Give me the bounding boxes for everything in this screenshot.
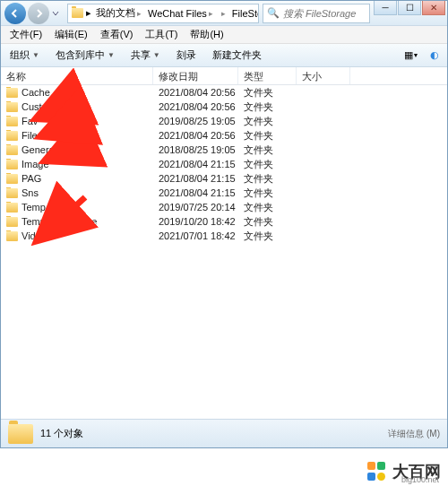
help-icon[interactable]: ◐ (427, 48, 442, 63)
table-row[interactable]: TempFromPhone2019/10/20 18:42文件夹 (1, 214, 447, 229)
file-type: 文件夹 (238, 158, 297, 171)
menu-file[interactable]: 文件(F) (4, 26, 47, 43)
breadcrumb-label: 我的文档 (96, 6, 135, 20)
menu-edit[interactable]: 编辑(E) (49, 26, 93, 43)
table-row[interactable]: Video2021/07/01 18:42文件夹 (1, 229, 447, 243)
column-size[interactable]: 大小 (297, 67, 350, 84)
toolbar-burn[interactable]: 刻录 (173, 47, 200, 64)
file-type: 文件夹 (238, 129, 297, 143)
search-box[interactable]: 🔍 (263, 4, 370, 23)
table-row[interactable]: File2021/08/04 20:56文件夹 (1, 128, 447, 143)
file-date: 2021/08/04 21:15 (153, 159, 238, 169)
folder-icon (6, 88, 18, 98)
table-row[interactable]: Cache2021/08/04 20:56文件夹 (1, 85, 447, 100)
toolbar-organize[interactable]: 组织▼ (6, 47, 43, 64)
minimize-button[interactable]: ─ (374, 1, 397, 15)
menu-help[interactable]: 帮助(H) (185, 26, 228, 43)
breadcrumb-3[interactable]: ▸ (218, 9, 228, 18)
toolbar-new-folder[interactable]: 新建文件夹 (209, 47, 265, 64)
file-type: 文件夹 (238, 115, 297, 128)
file-name: Image (22, 159, 49, 169)
file-date: 2019/08/25 19:05 (153, 116, 238, 126)
file-date: 2019/07/25 20:14 (153, 202, 238, 213)
file-name: Temp (22, 202, 46, 213)
file-name: Video (22, 230, 47, 241)
search-input[interactable] (283, 8, 364, 19)
column-name[interactable]: 名称 (1, 67, 153, 84)
view-mode-icon[interactable]: ▦▼ (404, 48, 418, 63)
file-date: 2021/07/01 18:42 (153, 230, 238, 241)
folder-icon (6, 231, 18, 241)
menu-bar: 文件(F) 编辑(E) 查看(V) 工具(T) 帮助(H) (1, 26, 447, 44)
table-row[interactable]: General2018/08/25 19:05文件夹 (1, 143, 447, 157)
breadcrumb-label: FileStorage (232, 8, 259, 19)
table-row[interactable]: PAG2021/08/04 21:15文件夹 (1, 171, 447, 186)
file-date: 2019/10/20 18:42 (153, 216, 238, 227)
column-type[interactable]: 类型 (238, 67, 297, 84)
file-date: 2021/08/04 20:56 (153, 101, 238, 112)
file-type: 文件夹 (238, 187, 297, 200)
history-dropdown[interactable] (51, 4, 60, 22)
menu-tools[interactable]: 工具(T) (140, 26, 183, 43)
file-type: 文件夹 (238, 172, 297, 186)
column-headers: 名称 修改日期 类型 大小 (1, 67, 447, 85)
status-count: 11 个对象 (40, 427, 83, 440)
folder-icon (6, 217, 18, 227)
file-date: 2021/08/04 21:15 (153, 187, 238, 198)
chevron-right-icon: ▸ (86, 7, 91, 19)
file-type: 文件夹 (238, 201, 297, 214)
folder-path-icon (72, 7, 83, 20)
titlebar: ▸ 我的文档▸ WeChat Files▸ ▸ FileStorage ▾ ↻ … (1, 1, 447, 26)
column-date[interactable]: 修改日期 (153, 67, 238, 84)
breadcrumb-1[interactable]: 我的文档▸ (94, 6, 143, 20)
close-button[interactable]: ✕ (422, 1, 445, 15)
folder-icon (6, 145, 18, 155)
file-date: 2021/08/04 21:15 (153, 173, 238, 184)
file-type: 文件夹 (238, 143, 297, 157)
table-row[interactable]: Sns2021/08/04 21:15文件夹 (1, 186, 447, 200)
table-row[interactable]: CustomEmoji2021/08/04 20:56文件夹 (1, 100, 447, 114)
explorer-window: ▸ 我的文档▸ WeChat Files▸ ▸ FileStorage ▾ ↻ … (0, 0, 448, 448)
nav-buttons (1, 3, 64, 24)
folder-icon (6, 131, 18, 141)
forward-button[interactable] (28, 3, 49, 24)
breadcrumb-label: WeChat Files (148, 8, 207, 19)
toolbar: 组织▼ 包含到库中▼ 共享▼ 刻录 新建文件夹 ▦▼ ◐ (1, 44, 447, 67)
file-date: 2021/08/04 20:56 (153, 87, 238, 98)
search-icon: 🔍 (267, 7, 280, 19)
folder-icon (6, 102, 18, 112)
file-name: PAG (22, 173, 41, 184)
file-name: Fav (22, 116, 38, 126)
table-row[interactable]: Image2021/08/04 21:15文件夹 (1, 157, 447, 171)
maximize-button[interactable]: ☐ (398, 1, 421, 15)
folder-icon (8, 424, 33, 444)
file-type: 文件夹 (238, 215, 297, 229)
toolbar-include[interactable]: 包含到库中▼ (52, 47, 118, 64)
file-name: Cache (22, 87, 50, 98)
address-bar[interactable]: ▸ 我的文档▸ WeChat Files▸ ▸ FileStorage ▾ ↻ (67, 4, 259, 23)
watermark-url: big100.net (401, 475, 439, 484)
folder-icon (6, 117, 18, 126)
watermark-logo-icon (367, 462, 387, 482)
folder-icon (6, 174, 18, 184)
table-row[interactable]: Temp2019/07/25 20:14文件夹 (1, 200, 447, 214)
status-details: 详细信息 (M) (388, 428, 440, 440)
breadcrumb-4[interactable]: FileStorage (230, 8, 259, 19)
file-name: General (22, 144, 56, 155)
file-date: 2021/08/04 20:56 (153, 130, 238, 141)
folder-icon (6, 203, 18, 213)
folder-icon (6, 188, 18, 198)
toolbar-share[interactable]: 共享▼ (127, 47, 164, 64)
folder-icon (6, 160, 18, 169)
file-type: 文件夹 (238, 230, 297, 243)
menu-view[interactable]: 查看(V) (95, 26, 139, 43)
file-list[interactable]: Cache2021/08/04 20:56文件夹CustomEmoji2021/… (1, 85, 447, 419)
table-row[interactable]: Fav2019/08/25 19:05文件夹 (1, 114, 447, 128)
file-name: File (22, 130, 38, 141)
file-name: CustomEmoji (22, 101, 80, 112)
back-button[interactable] (4, 3, 26, 24)
status-bar: 11 个对象 详细信息 (M) (1, 419, 447, 447)
window-controls: ─ ☐ ✕ (374, 1, 445, 15)
file-name: TempFromPhone (22, 216, 97, 227)
breadcrumb-2[interactable]: WeChat Files▸ (146, 8, 215, 19)
